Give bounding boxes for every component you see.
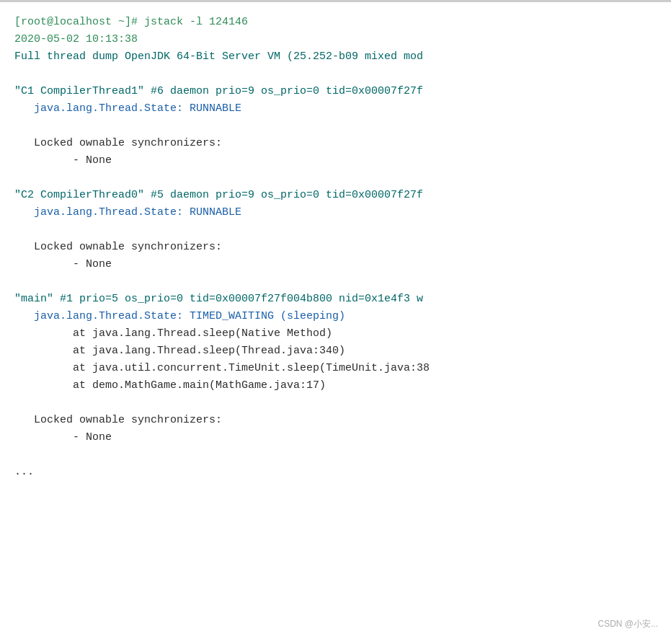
terminal-line: at demo.MathGame.main(MathGame.java:17)	[14, 377, 657, 394]
terminal-container: [root@localhost ~]# jstack -l 1241462020…	[0, 0, 671, 644]
terminal-line: "C1 CompilerThread1" #6 daemon prio=9 os…	[14, 83, 657, 100]
line-spacer	[14, 66, 657, 83]
terminal-line: - None	[14, 256, 657, 273]
terminal-line: [root@localhost ~]# jstack -l 124146	[14, 14, 657, 31]
terminal-line: Full thread dump OpenJDK 64-Bit Server V…	[14, 48, 657, 66]
watermark: CSDN @小安...	[597, 617, 658, 631]
line-spacer	[14, 446, 657, 464]
line-spacer	[14, 394, 657, 412]
line-spacer	[14, 169, 657, 187]
terminal-line: "main" #1 prio=5 os_prio=0 tid=0x00007f2…	[14, 291, 657, 308]
terminal-line: java.lang.Thread.State: RUNNABLE	[14, 204, 657, 221]
terminal-line: at java.lang.Thread.sleep(Native Method)	[14, 325, 657, 343]
terminal-line: java.lang.Thread.State: TIMED_WAITING (s…	[14, 308, 657, 325]
line-spacer	[14, 221, 657, 239]
terminal-line: - None	[14, 429, 657, 446]
terminal-line: Locked ownable synchronizers:	[14, 239, 657, 256]
terminal-output: [root@localhost ~]# jstack -l 1241462020…	[14, 14, 657, 481]
terminal-line: "C2 CompilerThread0" #5 daemon prio=9 os…	[14, 187, 657, 204]
terminal-line: 2020-05-02 10:13:38	[14, 31, 657, 48]
terminal-line: ...	[14, 464, 657, 481]
line-spacer	[14, 273, 657, 291]
terminal-line: at java.lang.Thread.sleep(Thread.java:34…	[14, 343, 657, 360]
terminal-line: Locked ownable synchronizers:	[14, 412, 657, 429]
line-spacer	[14, 118, 657, 135]
terminal-line: at java.util.concurrent.TimeUnit.sleep(T…	[14, 360, 657, 377]
terminal-line: Locked ownable synchronizers:	[14, 135, 657, 152]
terminal-line: java.lang.Thread.State: RUNNABLE	[14, 100, 657, 118]
terminal-line: - None	[14, 152, 657, 169]
